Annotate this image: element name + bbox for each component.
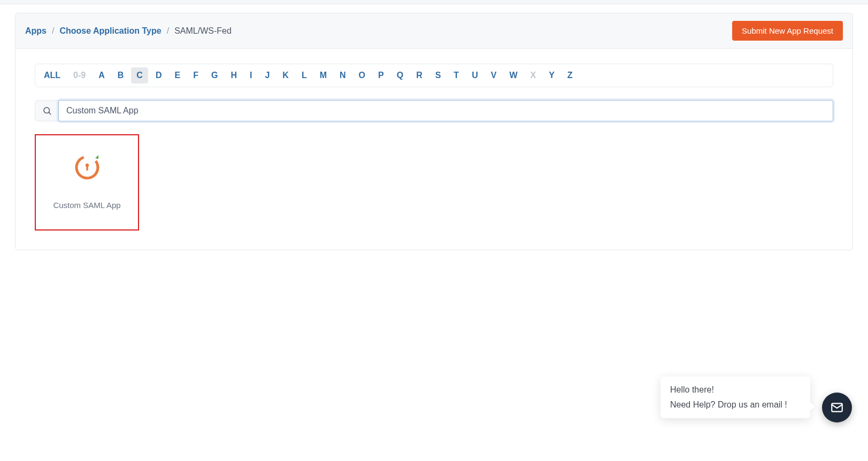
alpha-filter-r[interactable]: R — [411, 67, 428, 83]
app-card-custom-saml[interactable]: Custom SAML App — [35, 134, 139, 231]
app-card-label: Custom SAML App — [53, 201, 120, 210]
alpha-filter-p[interactable]: P — [373, 67, 389, 83]
alpha-filter-o[interactable]: O — [354, 67, 371, 83]
alpha-filter-x: X — [525, 67, 541, 83]
svg-rect-4 — [86, 166, 88, 171]
alpha-filter-m[interactable]: M — [314, 67, 332, 83]
alpha-filter-g[interactable]: G — [206, 67, 223, 83]
breadcrumb-apps[interactable]: Apps — [25, 26, 47, 36]
alpha-filter-u[interactable]: U — [466, 67, 483, 83]
svg-line-1 — [49, 112, 50, 114]
alpha-filter-v[interactable]: V — [486, 67, 502, 83]
breadcrumb-current: SAML/WS-Fed — [174, 26, 232, 36]
submit-new-app-button[interactable]: Submit New App Request — [732, 21, 843, 41]
breadcrumb-separator: / — [167, 26, 169, 36]
alpha-filter-w[interactable]: W — [504, 67, 523, 83]
alpha-filter-j[interactable]: J — [259, 67, 275, 83]
panel-header: Apps / Choose Application Type / SAML/WS… — [16, 13, 852, 49]
alpha-filter-c[interactable]: C — [131, 67, 148, 83]
alpha-filter-k[interactable]: K — [277, 67, 294, 83]
alpha-filter-0-9: 0-9 — [68, 67, 91, 83]
app-logo — [72, 145, 102, 188]
alpha-filter-i[interactable]: I — [244, 67, 257, 83]
alpha-filter-d[interactable]: D — [150, 67, 167, 83]
top-strip — [0, 0, 868, 4]
panel-body: ALL 0-9 A B C D E F G H I J K L M N O P … — [16, 49, 852, 250]
search-input[interactable] — [58, 100, 833, 121]
alpha-filter-h[interactable]: H — [225, 67, 242, 83]
main-panel: Apps / Choose Application Type / SAML/WS… — [15, 13, 853, 250]
search-icon-box — [35, 100, 58, 121]
miniorange-lock-icon — [72, 151, 102, 181]
alpha-filter-b[interactable]: B — [112, 67, 129, 83]
alpha-filter-e[interactable]: E — [169, 67, 186, 83]
app-grid: Custom SAML App — [35, 134, 833, 231]
alpha-filter-t[interactable]: T — [448, 67, 464, 83]
alpha-filter-y[interactable]: Y — [543, 67, 560, 83]
breadcrumb-choose-type[interactable]: Choose Application Type — [59, 26, 161, 36]
alpha-filter: ALL 0-9 A B C D E F G H I J K L M N O P … — [35, 64, 833, 87]
alpha-filter-q[interactable]: Q — [391, 67, 409, 83]
search-row — [35, 100, 833, 121]
alpha-filter-all[interactable]: ALL — [39, 67, 66, 83]
alpha-filter-z[interactable]: Z — [562, 67, 578, 83]
alpha-filter-n[interactable]: N — [334, 67, 351, 83]
search-icon — [42, 106, 52, 116]
alpha-filter-s[interactable]: S — [430, 67, 447, 83]
alpha-filter-l[interactable]: L — [296, 67, 312, 83]
breadcrumb-separator: / — [52, 26, 54, 36]
breadcrumb: Apps / Choose Application Type / SAML/WS… — [25, 26, 232, 36]
alpha-filter-f[interactable]: F — [188, 67, 204, 83]
alpha-filter-a[interactable]: A — [93, 67, 110, 83]
